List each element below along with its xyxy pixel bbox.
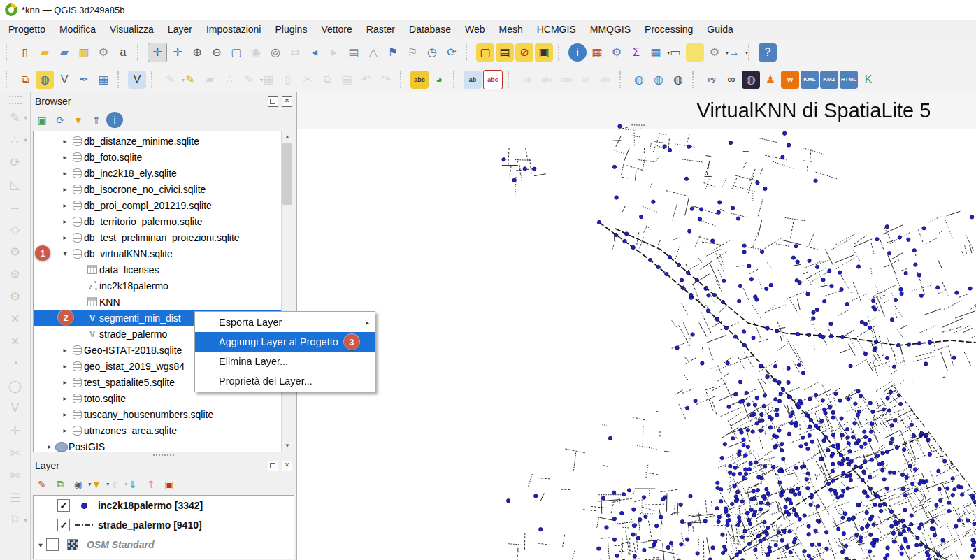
menu-hcmgis[interactable]: HCMGIS bbox=[530, 22, 583, 37]
tree-item-db-isocrone-no-civici-sqlite[interactable]: ▸db_isocrone_no_civici.sqlite bbox=[34, 181, 282, 197]
identify-features-button[interactable]: i bbox=[568, 43, 587, 62]
tree-expand-arrow[interactable]: ▸ bbox=[60, 346, 70, 354]
rotate-point-symbols-dropdown[interactable]: ▾ bbox=[24, 517, 27, 524]
current-edits-button[interactable]: ✎▾ bbox=[162, 71, 180, 89]
zoom-in-button[interactable]: ⊕ bbox=[188, 43, 206, 62]
tree-expand-arrow[interactable]: ▸ bbox=[60, 217, 70, 225]
tree-item-toto-sqlite[interactable]: ▸toto.sqlite bbox=[34, 390, 282, 406]
copy-features-button[interactable]: ⧉ bbox=[318, 71, 336, 89]
merge-attributes-button[interactable]: ⚙ bbox=[5, 263, 26, 285]
context-menu-item-esporta-layer[interactable]: Esporta Layer▸ bbox=[195, 313, 375, 332]
new-map-view-button[interactable]: ▤ bbox=[345, 43, 363, 62]
layer-row-inc2k18palermo-3342-[interactable]: ✓inc2k18palermo [3342] bbox=[34, 496, 294, 515]
help-button[interactable]: ? bbox=[759, 43, 777, 62]
layer-row-strade-palermo-9410-[interactable]: ✓strade_palermo [9410] bbox=[34, 515, 294, 535]
menu-guida[interactable]: Guida bbox=[700, 22, 740, 37]
digitize-with-curve-button[interactable]: ✎▾ bbox=[5, 106, 26, 129]
menu-database[interactable]: Database bbox=[402, 22, 458, 37]
select-by-location-button[interactable]: ▣ bbox=[535, 43, 553, 62]
tree-item-postgis[interactable]: ▸PostGIS bbox=[34, 438, 282, 452]
show-hide-labels-button[interactable]: abc bbox=[538, 71, 556, 89]
osm-images-button[interactable]: W bbox=[781, 71, 799, 89]
context-menu-item-propriet-del-layer[interactable]: Proprietà del Layer... bbox=[195, 371, 375, 391]
tree-expand-arrow[interactable]: ▸ bbox=[45, 443, 55, 450]
tree-expand-arrow[interactable]: ▸ bbox=[60, 426, 70, 434]
collapse-all-layers-button[interactable]: ⇑ bbox=[143, 476, 159, 492]
paste-features-button[interactable]: ▤ bbox=[338, 71, 356, 89]
export-kmz-button[interactable]: KMZ bbox=[820, 71, 838, 89]
digitize-with-segment-button[interactable]: ∴ bbox=[220, 71, 238, 89]
go2streetview-button[interactable]: ♟ bbox=[761, 71, 780, 89]
tree-expand-arrow[interactable]: ▸ bbox=[60, 394, 70, 402]
menu-visualizza[interactable]: Visualizza bbox=[103, 22, 161, 37]
modify-attributes-selected-button[interactable]: ⚙ bbox=[5, 285, 26, 308]
add-mesh-layer-button[interactable]: ▦ bbox=[94, 71, 113, 89]
open-layer-styling-button[interactable]: ✎ bbox=[34, 476, 50, 492]
style-manager-button[interactable]: a bbox=[114, 43, 132, 62]
tree-item-inc2k18palermo[interactable]: inc2k18palermo bbox=[34, 278, 282, 294]
new-spatial-bookmark-button[interactable]: ⚑ bbox=[384, 43, 402, 62]
menu-mmqgis[interactable]: MMQGIS bbox=[583, 22, 638, 37]
export-kml-button[interactable]: KML bbox=[801, 71, 819, 89]
zoom-out-button[interactable]: ⊖ bbox=[208, 43, 226, 62]
menu-progetto[interactable]: Progetto bbox=[1, 22, 52, 37]
tree-expand-arrow[interactable]: ▸ bbox=[60, 169, 70, 177]
search-csw-button[interactable]: ◍ bbox=[650, 71, 668, 89]
show-spatial-bookmarks-button[interactable]: ⚐ bbox=[403, 43, 422, 62]
delete-ring-button[interactable]: ✕ bbox=[5, 330, 26, 352]
deselect-features-button[interactable]: ⊘▾ bbox=[515, 43, 533, 62]
layer-visibility-checkbox[interactable] bbox=[46, 538, 59, 551]
tree-item-db-distanze-minime-sqlite[interactable]: ▸db_distanze_minime.sqlite bbox=[34, 133, 282, 149]
trim-extend-button[interactable]: ✄ bbox=[5, 464, 26, 487]
toolbar-grip[interactable] bbox=[6, 44, 13, 61]
tree-expand-arrow[interactable]: ▸ bbox=[60, 410, 70, 418]
menu-plugins[interactable]: Plugins bbox=[268, 22, 314, 37]
rotate-label-button[interactable]: ab bbox=[577, 71, 595, 89]
tree-expand-arrow[interactable]: ▸ bbox=[60, 185, 70, 193]
split-features-button[interactable]: ◇ bbox=[5, 218, 26, 240]
tree-item-db-inc2k18-ely-sqlite[interactable]: ▸db_inc2k18_ely.sqlite bbox=[34, 165, 282, 181]
tree-item-data-licenses[interactable]: data_licenses bbox=[34, 261, 282, 278]
osm-place-search-button[interactable]: ◍ bbox=[669, 71, 687, 89]
merge-features-button[interactable]: ⚙ bbox=[5, 240, 26, 263]
tree-expand-arrow[interactable]: ▸ bbox=[60, 362, 70, 370]
add-selected-layers-button[interactable]: ▣ bbox=[34, 112, 50, 128]
tree-expand-arrow[interactable]: ▸ bbox=[60, 234, 70, 241]
move-feature-dropdown[interactable]: ▾ bbox=[24, 137, 27, 143]
tree-expand-arrow[interactable]: ▾ bbox=[60, 250, 70, 257]
tree-item-knn[interactable]: KNN bbox=[34, 294, 282, 310]
tree-item-db-foto-sqlite[interactable]: ▸db_foto.sqlite bbox=[34, 149, 282, 165]
map-tips-button[interactable] bbox=[686, 43, 704, 62]
tree-item-db-proi-compl-201219-sqlite[interactable]: ▸db_proi_compl_201219.sqlite bbox=[34, 197, 282, 213]
menu-layer[interactable]: Layer bbox=[161, 22, 199, 37]
quickmapservices-button[interactable]: ◍ bbox=[742, 71, 760, 89]
new-virtual-layer-button[interactable]: V bbox=[128, 71, 146, 89]
remove-layer-group-button[interactable]: ▣ bbox=[161, 476, 178, 492]
processing-toolbox-button[interactable]: ⚙ bbox=[608, 43, 626, 62]
zoom-to-selection-button[interactable]: ◉ bbox=[247, 43, 265, 62]
pin-labels-button[interactable]: ab bbox=[464, 71, 482, 89]
tree-item-db-test-preliminari-proiezioni-sqlite[interactable]: ▸db_test_preliminari_proiezioni.sqlite bbox=[34, 229, 282, 245]
menu-vettore[interactable]: Vettore bbox=[314, 22, 359, 37]
layer-visibility-checkbox[interactable]: ✓ bbox=[57, 499, 70, 512]
highlight-pinned-labels-button[interactable]: abc bbox=[483, 70, 503, 89]
change-label-properties-button[interactable]: abc bbox=[596, 71, 615, 89]
show-log-messages-dropdown[interactable]: ▾ bbox=[745, 50, 748, 56]
add-ring-button[interactable]: ◯ bbox=[5, 375, 26, 397]
show-layout-manager-button[interactable]: ⚙ bbox=[94, 43, 113, 62]
save-layer-edits-button[interactable]: ▰ bbox=[201, 71, 219, 89]
add-spatialite-layer-button[interactable]: V bbox=[55, 71, 73, 89]
menu-mesh[interactable]: Mesh bbox=[492, 22, 530, 37]
metasearch-catalog-button[interactable]: ◍ bbox=[630, 71, 648, 89]
menu-processing[interactable]: Processing bbox=[638, 22, 700, 37]
project-new-button[interactable]: ▯ bbox=[16, 43, 34, 62]
browser-scrollbar[interactable]: ▲ ▼ bbox=[281, 131, 294, 452]
zoom-last-button[interactable]: ◂ bbox=[306, 43, 324, 62]
toolbar-grip[interactable] bbox=[9, 96, 22, 104]
float-panel-button[interactable] bbox=[268, 96, 278, 107]
fill-ring-button[interactable]: ◔ bbox=[5, 352, 26, 375]
reshape-features-button[interactable]: V bbox=[5, 397, 26, 419]
float-panel-button[interactable] bbox=[268, 461, 278, 471]
delete-part-button[interactable]: ✕ bbox=[5, 308, 26, 330]
filter-legend-button[interactable]: ▼▾ bbox=[88, 476, 105, 492]
